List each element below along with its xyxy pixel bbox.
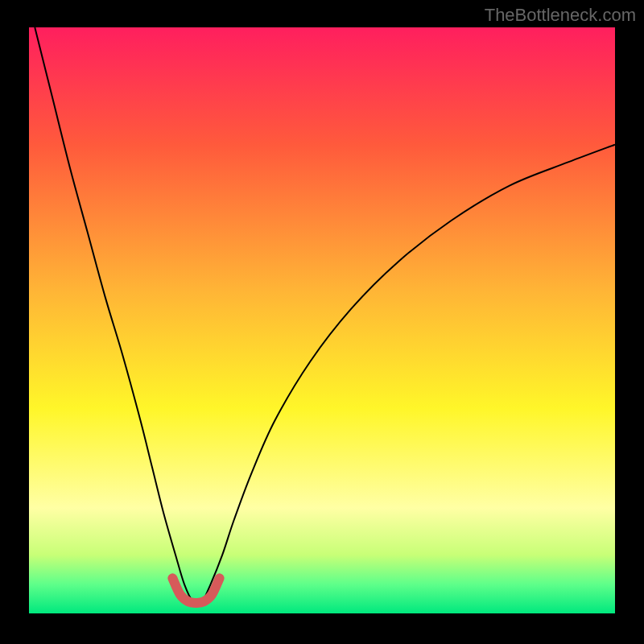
watermark-text: TheBottleneck.com <box>485 5 636 26</box>
plot-area <box>29 27 615 613</box>
gradient-background <box>29 27 615 613</box>
chart-frame: TheBottleneck.com <box>0 0 644 644</box>
chart-svg <box>29 27 615 613</box>
